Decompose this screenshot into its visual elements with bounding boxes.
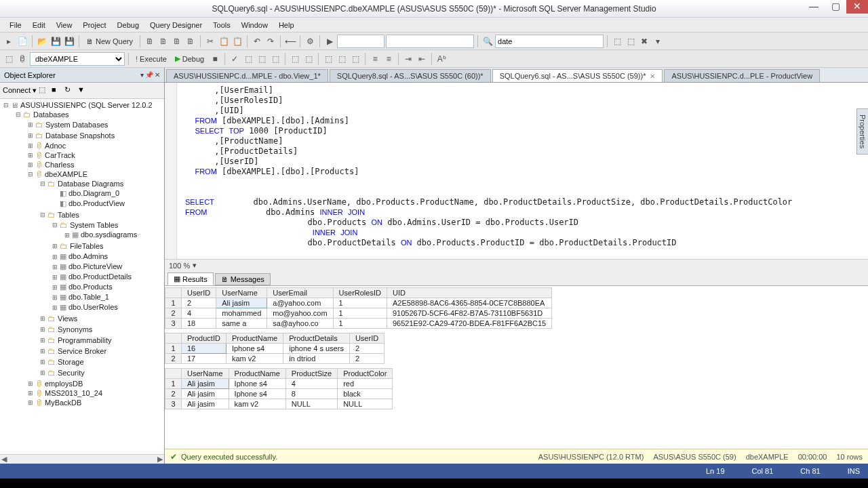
include-plan-icon[interactable]: ⬚ [289,53,301,65]
tb-x1-icon[interactable]: ⬚ [611,35,623,47]
available-db-icon[interactable]: 🛢 [16,53,28,65]
activity-icon[interactable]: ⚙ [304,35,316,47]
status-user: ASUS\ASUS S550C (59) [653,453,736,461]
tab-view1[interactable]: ASUS\HUSSIENPC.d...MPLE - dbo.View_1* [166,69,328,82]
results-text-icon[interactable]: ⬚ [322,53,334,65]
oe-pin-icon[interactable]: 📌 [145,71,153,79]
db-mybackdb: MyBackDB [35,399,81,407]
new-project-icon[interactable]: ▸ [3,35,15,47]
find-combo[interactable] [495,35,604,48]
stop-icon[interactable]: ■ [209,53,221,65]
indent-icon[interactable]: ⇥ [402,53,414,65]
intellisense-icon[interactable]: ⬚ [269,53,281,65]
results-grid-3[interactable]: UserNameProductNameProductSizeProductCol… [165,368,393,409]
service-broker-node: Service Broker [47,346,106,356]
menu-view[interactable]: View [51,20,78,30]
paste-icon[interactable]: 📋 [231,35,243,47]
menu-edit[interactable]: Edit [27,20,51,30]
tab-query8[interactable]: SQLQuery8.sql - AS...S\ASUS S550C (60))* [330,69,491,82]
menu-tools[interactable]: Tools [208,20,236,30]
status-ins: INS [848,467,860,475]
sql-editor[interactable]: ,[UserEmail] ,[UserRolesID] ,[UID] FROM … [165,83,868,259]
close-tab-icon[interactable]: ✕ [650,73,655,80]
tb-x2-icon[interactable]: ⬚ [625,35,637,47]
nav-back-icon[interactable]: ⟵ [284,35,296,47]
new-file-icon[interactable]: 📄 [16,35,28,47]
tbl-table1: dbo.Table_1 [60,293,109,302]
title-bar: SQLQuery6.sql - ASUS\HUSSIENPC.dbeXAMPLE… [0,0,868,18]
solution-platform-combo[interactable] [386,35,474,48]
results-tab[interactable]: ▦Results [167,272,214,285]
menu-debug[interactable]: Debug [112,20,144,30]
estimated-plan-icon[interactable]: ⬚ [242,53,254,65]
zoom-level[interactable]: 100 % [169,262,190,270]
maximize-button[interactable]: ▢ [825,0,846,14]
uncomment-icon[interactable]: ≡ [382,53,395,65]
properties-tab[interactable]: Properties [856,108,868,155]
success-icon: ✔ [170,452,177,462]
oe-close-icon[interactable]: ✕ [155,71,160,79]
menu-query-designer[interactable]: Query Designer [144,20,208,30]
sysdiagrams-tbl: dbo.sysdiagrams [72,230,137,239]
tb-icon-2[interactable]: 🗎 [157,35,170,47]
save-icon[interactable]: 💾 [50,35,62,47]
tbl-pictureview: dbo.PictureView [60,262,122,271]
app-status-bar: Ln 19 Col 81 Ch 81 INS [0,464,868,479]
tbl-userroles: dbo.UserRoles [60,303,118,312]
oe-dropdown-icon[interactable]: ▾ [140,71,144,79]
tb-icon-4[interactable]: 🗎 [184,35,197,47]
tb-icon-1[interactable]: 🗎 [144,35,156,47]
comment-icon[interactable]: ≡ [369,53,381,65]
include-stats-icon[interactable]: ⬚ [302,53,315,65]
save-all-icon[interactable]: 💾 [63,35,75,47]
menu-file[interactable]: File [4,20,27,30]
document-tabs: ASUS\HUSSIENPC.d...MPLE - dbo.View_1* SQ… [165,68,868,83]
diagram-0: dbo.Diagram_0 [60,189,119,198]
redo-icon[interactable]: ↷ [264,35,277,47]
tb-x3-icon[interactable]: ✖ [638,35,650,47]
stop-icon[interactable]: ■ [52,85,62,96]
tb-icon-3[interactable]: 🗎 [171,35,183,47]
results-grid-2[interactable]: ProductIDProductNameProductDetailsUserID… [165,333,384,364]
results-pane[interactable]: UserIDUserNameUserEmailUserRolesIDUID12A… [165,286,868,449]
menu-window[interactable]: Window [236,20,273,30]
disconnect-icon[interactable]: ⬚ [39,85,50,96]
messages-tab[interactable]: 🗎Messages [215,273,271,285]
views-node: Views [47,314,77,323]
oe-hscrollbar[interactable]: ◀▶ [0,454,164,464]
database-selector[interactable]: dbeXAMPLE [30,52,125,66]
filter-icon[interactable]: ▼ [77,85,88,96]
parse-icon[interactable]: ✓ [229,53,241,65]
start-icon[interactable]: ▶ [323,35,336,47]
new-query-button[interactable]: 🗎New Query [83,37,136,46]
productview-diag: dbo.ProductView [60,199,125,208]
cut-icon[interactable]: ✂ [204,35,216,47]
results-file-icon[interactable]: ⬚ [349,53,361,65]
object-explorer-tree[interactable]: ⊟ASUS\HUSSIENPC (SQL Server 12.0.2 ⊟Data… [0,99,164,454]
copy-icon[interactable]: 📋 [218,35,230,47]
solution-config-combo[interactable] [337,35,384,48]
debug-button[interactable]: ▶Debug [172,54,208,64]
outdent-icon[interactable]: ⇤ [416,53,428,65]
refresh-icon[interactable]: ↻ [64,85,75,96]
minimize-button[interactable]: — [803,0,825,14]
query-options-icon[interactable]: ⬚ [256,53,268,65]
standard-toolbar: ▸ 📄 📂 💾 💾 🗎New Query 🗎 🗎 🗎 🗎 ✂ 📋 📋 ↶ ↷ ⟵… [0,33,868,50]
menu-project[interactable]: Project [77,20,111,30]
results-grid-1[interactable]: UserIDUserNameUserEmailUserRolesIDUID12A… [165,287,552,329]
connect-button[interactable]: Connect ▾ [3,86,37,95]
menu-help[interactable]: Help [273,20,300,30]
find-icon[interactable]: 🔍 [481,35,494,47]
change-conn-icon[interactable]: ⬚ [3,53,15,65]
execute-button[interactable]: !Execute [132,54,170,64]
undo-icon[interactable]: ↶ [251,35,263,47]
close-button[interactable]: ✕ [846,0,868,14]
tab-query6[interactable]: SQLQuery6.sql - AS...S\ASUS S550C (59))*… [492,69,663,82]
tb-x4-icon[interactable]: ▾ [652,35,664,47]
results-grid-icon[interactable]: ⬚ [336,53,348,65]
status-server: ASUS\HUSSIENPC (12.0 RTM) [538,453,644,461]
open-icon[interactable]: 📂 [36,35,48,47]
specify-values-icon[interactable]: Aᵇ [435,53,448,65]
tab-productview[interactable]: ASUS\HUSSIENPC.d...PLE - ProductView [664,69,820,82]
object-explorer-panel: Object Explorer ▾📌✕ Connect ▾ ⬚ ■ ↻ ▼ ⊟A… [0,68,165,464]
